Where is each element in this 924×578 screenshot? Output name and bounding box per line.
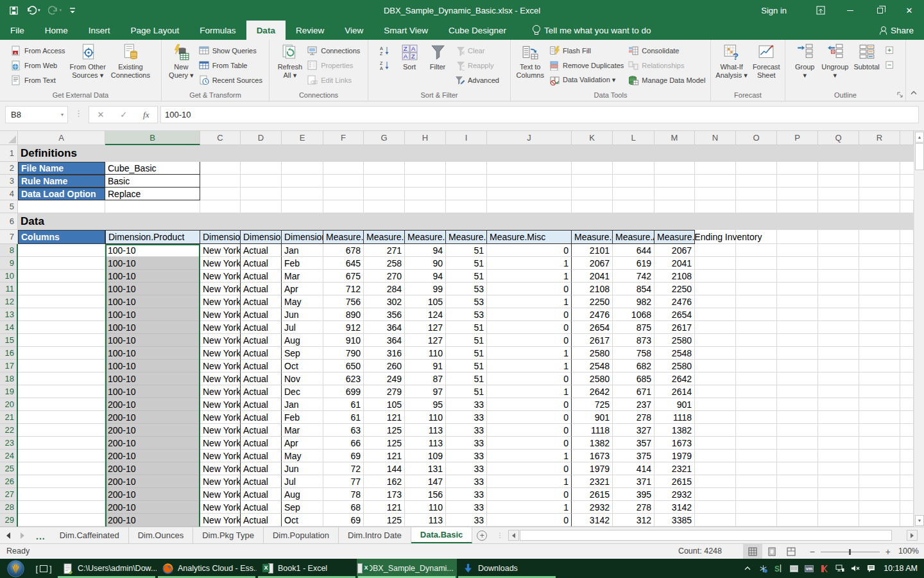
row-header-9[interactable]: 9 — [0, 257, 18, 270]
dialog-launcher-icon[interactable] — [896, 92, 904, 100]
tab-insert[interactable]: Insert — [78, 21, 121, 40]
tab-smart-view[interactable]: Smart View — [373, 21, 438, 40]
column-header-D[interactable]: D — [241, 131, 282, 145]
ribbon-display-options-icon[interactable] — [806, 0, 835, 21]
row-header-22[interactable]: 22 — [0, 424, 18, 437]
row-header-25[interactable]: 25 — [0, 462, 18, 475]
taskbar-item-2[interactable]: XBook1 - Excel — [257, 559, 357, 578]
flash-fill-button[interactable]: Flash Fill — [547, 43, 626, 58]
taskbar-item-1[interactable]: Analytics Cloud - Ess... — [157, 559, 257, 578]
taskbar-item-0[interactable]: C:\Users\admin\Dow... — [56, 559, 157, 578]
show-detail-button[interactable] — [882, 43, 900, 58]
tray-volume-icon[interactable] — [850, 563, 860, 574]
row-header-12[interactable]: 12 — [0, 295, 18, 308]
collapse-ribbon-icon[interactable] — [910, 89, 918, 98]
column-header-H[interactable]: H — [405, 131, 446, 145]
select-all-corner[interactable] — [0, 131, 18, 145]
row-header-6[interactable]: 6 — [0, 213, 18, 230]
tray-network-icon[interactable] — [835, 563, 845, 574]
text-to-button[interactable]: Text to Columns — [514, 41, 547, 80]
from-access-button[interactable]: AFrom Access — [8, 43, 67, 58]
row-header-19[interactable]: 19 — [0, 385, 18, 398]
scroll-down-icon[interactable]: ▼ — [915, 515, 924, 526]
from-web-button[interactable]: From Web — [8, 58, 67, 73]
row-header-3[interactable]: 3 — [0, 175, 18, 188]
row-header-15[interactable]: 15 — [0, 334, 18, 347]
row-header-11[interactable]: 11 — [0, 283, 18, 295]
ungroup-button[interactable]: Ungroup ▾ — [819, 41, 851, 80]
from-table-button[interactable]: From Table — [196, 58, 264, 73]
hide-detail-button[interactable] — [882, 58, 900, 73]
row-header-26[interactable]: 26 — [0, 475, 18, 488]
sheet-nav-right-icon[interactable] — [21, 532, 24, 539]
forecast-button[interactable]: Forecast Sheet — [750, 41, 783, 80]
tab-data[interactable]: Data — [246, 21, 286, 40]
scroll-right-icon[interactable] — [907, 530, 918, 541]
sort-az-button[interactable]: AZ — [377, 43, 395, 58]
sheet-tab-dim-caffeinated[interactable]: Dim.Caffeinated — [51, 527, 129, 543]
scroll-up-icon[interactable]: ▲ — [915, 132, 924, 143]
row-header-17[interactable]: 17 — [0, 360, 18, 372]
advanced-button[interactable]: Advanced — [452, 73, 501, 87]
start-button[interactable] — [0, 559, 31, 578]
row-header-4[interactable]: 4 — [0, 188, 18, 200]
remove-duplicates-button[interactable]: Remove Duplicates — [547, 58, 626, 73]
sheet-tab-dim-ounces[interactable]: Dim.Ounces — [129, 527, 194, 543]
column-header-P[interactable]: P — [777, 131, 818, 145]
data-validation--button[interactable]: Data Validation ▾ — [547, 73, 626, 87]
page-layout-view-icon[interactable] — [762, 544, 782, 559]
column-header-G[interactable]: G — [364, 131, 405, 145]
column-header-B[interactable]: B — [105, 131, 200, 145]
new-sheet-button[interactable]: + — [472, 527, 492, 543]
taskbar-item-3[interactable]: XDBX_Sample_Dynami... — [357, 559, 457, 578]
subtotal-button[interactable]: Subtotal — [851, 41, 882, 71]
column-header-C[interactable]: C — [200, 131, 241, 145]
sheet-tab-dim-intro-date[interactable]: Dim.Intro Date — [339, 527, 411, 543]
column-header-R[interactable]: R — [859, 131, 900, 145]
cancel-icon[interactable]: ✕ — [97, 110, 104, 119]
tab-home[interactable]: Home — [35, 21, 78, 40]
sheet-nav-left-icon[interactable] — [6, 532, 10, 539]
normal-view-icon[interactable] — [743, 544, 762, 559]
column-header-A[interactable]: A — [18, 131, 105, 145]
tab-formulas[interactable]: Formulas — [189, 21, 246, 40]
tray-keyboard-icon[interactable] — [789, 563, 799, 574]
tray-snowflake-icon[interactable] — [758, 563, 768, 574]
refresh-button[interactable]: Refresh All ▾ — [275, 41, 305, 80]
column-header-N[interactable]: N — [695, 131, 736, 145]
existing-button[interactable]: Existing Connections — [108, 41, 153, 80]
restore-button[interactable] — [865, 0, 894, 21]
row-header-29[interactable]: 29 — [0, 514, 18, 527]
tray-antivirus-icon[interactable] — [819, 563, 830, 574]
insert-function-icon[interactable]: fx — [143, 110, 149, 120]
from-text-button[interactable]: From Text — [8, 73, 67, 87]
row-header-18[interactable]: 18 — [0, 372, 18, 385]
sort-button[interactable]: ZAAZSort — [395, 41, 424, 71]
formula-input[interactable]: 100-10 — [160, 106, 919, 123]
what-if-button[interactable]: ?What-If Analysis ▾ — [713, 41, 750, 80]
tray-dollar-icon[interactable]: S — [773, 563, 783, 574]
tray-vm-icon[interactable]: vm — [804, 563, 814, 574]
zoom-slider[interactable] — [849, 549, 851, 555]
page-break-view-icon[interactable] — [782, 544, 801, 559]
sort-za-button[interactable]: ZA — [377, 58, 395, 73]
tab-view[interactable]: View — [334, 21, 373, 40]
tell-me-box[interactable]: Tell me what you want to do — [523, 21, 660, 40]
zoom-out-icon[interactable]: − — [810, 547, 815, 557]
row-header-27[interactable]: 27 — [0, 488, 18, 501]
row-header-1[interactable]: 1 — [0, 145, 18, 162]
column-header-E[interactable]: E — [282, 131, 323, 145]
close-button[interactable]: ✕ — [894, 0, 924, 21]
row-header-7[interactable]: 7 — [0, 230, 18, 244]
column-header-M[interactable]: M — [654, 131, 695, 145]
row-header-5[interactable]: 5 — [0, 200, 18, 213]
scroll-left-icon[interactable] — [508, 530, 519, 541]
zoom-percent[interactable]: 100% — [898, 547, 919, 556]
task-view-button[interactable]: [] — [31, 559, 56, 578]
recent-sources-button[interactable]: Recent Sources — [196, 73, 264, 87]
share-button[interactable]: Share — [869, 21, 924, 40]
horizontal-scrollbar[interactable] — [508, 530, 918, 541]
hscroll-thumb[interactable] — [520, 530, 892, 541]
vertical-scrollbar[interactable]: ▲▼ — [914, 131, 924, 527]
vscroll-thumb[interactable] — [915, 143, 924, 170]
